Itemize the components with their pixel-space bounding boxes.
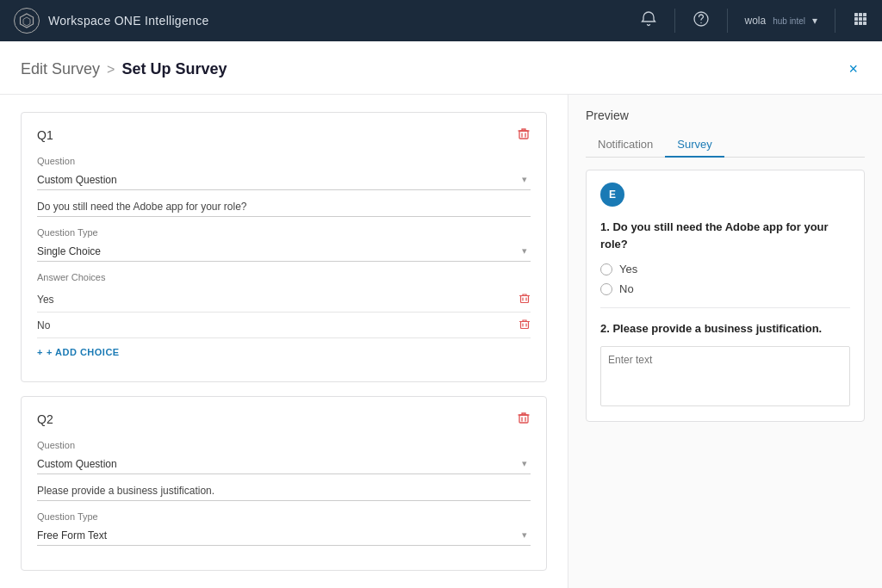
- preview-question-2: 2. Please provide a business justificati…: [600, 320, 850, 337]
- svg-rect-8: [859, 17, 862, 21]
- nav-divider-1: [674, 9, 675, 33]
- svg-rect-7: [854, 17, 858, 21]
- q1-answer-row-2: No: [37, 313, 531, 338]
- nav-left: Workspace ONE Intelligence: [14, 8, 209, 34]
- svg-marker-1: [23, 17, 30, 26]
- q2-question-field: Question Custom Question: [37, 440, 531, 501]
- q1-type-select[interactable]: Single Choice: [37, 242, 531, 262]
- q1-answer-row-1: Yes: [37, 287, 531, 313]
- q2-question-type-select[interactable]: Custom Question: [37, 455, 531, 474]
- svg-rect-11: [859, 22, 862, 25]
- content-area: Q1 Question Custom Questi: [0, 95, 882, 588]
- q2-header: Q2: [37, 411, 531, 428]
- q1-question-field: Question Custom Question: [37, 156, 531, 217]
- q1-number: Q1: [37, 128, 53, 142]
- svg-rect-10: [854, 22, 858, 25]
- user-name: wola: [745, 15, 767, 27]
- tab-survey[interactable]: Survey: [665, 133, 724, 158]
- nav-right: wola hub intel ▾: [640, 9, 869, 33]
- svg-point-3: [700, 22, 701, 22]
- preview-tabs: Notification Survey: [586, 133, 865, 158]
- svg-rect-16: [519, 415, 528, 423]
- q1-answer-delete-1[interactable]: [519, 292, 531, 306]
- help-icon[interactable]: [693, 10, 710, 32]
- add-choice-label: + ADD CHOICE: [47, 347, 120, 357]
- q2-type-field: Question Type Free Form Text: [37, 511, 531, 546]
- preview-title: Preview: [586, 108, 865, 122]
- nav-divider-3: [835, 9, 835, 33]
- q1-type-field: Question Type Single Choice: [37, 227, 531, 262]
- q1-answer-text-1: Yes: [37, 294, 54, 306]
- svg-rect-13: [519, 131, 528, 139]
- q1-type-label: Question Type: [37, 227, 531, 238]
- preview-textarea[interactable]: [600, 346, 850, 406]
- preview-radio-yes: [600, 263, 612, 275]
- svg-rect-15: [521, 322, 529, 329]
- q1-question-type-select[interactable]: Custom Question: [37, 170, 531, 190]
- grid-icon[interactable]: [853, 11, 868, 31]
- svg-rect-9: [863, 17, 866, 21]
- q2-question-type-wrapper[interactable]: Custom Question: [37, 455, 531, 474]
- preview-option-no-text: No: [619, 282, 634, 295]
- q2-type-label: Question Type: [37, 511, 531, 522]
- q1-answer-choices: Answer Choices Yes: [37, 272, 531, 357]
- q2-question-label: Question: [37, 440, 531, 450]
- preview-option-no: No: [600, 282, 850, 295]
- breadcrumb-link[interactable]: Edit Survey: [21, 60, 100, 78]
- q1-question-text-input[interactable]: [37, 197, 531, 217]
- app-title: Workspace ONE Intelligence: [48, 14, 209, 28]
- q1-delete-button[interactable]: [517, 127, 531, 144]
- q1-answer-delete-2[interactable]: [519, 318, 531, 332]
- svg-rect-6: [863, 13, 866, 16]
- svg-rect-12: [863, 22, 866, 25]
- q2-type-select[interactable]: Free Form Text: [37, 526, 531, 546]
- user-chevron: ▾: [812, 15, 817, 27]
- preview-option-yes-text: Yes: [619, 263, 637, 275]
- add-choice-icon: +: [37, 347, 43, 357]
- q1-answer-text-2: No: [37, 319, 50, 331]
- tab-notification[interactable]: Notification: [586, 133, 665, 158]
- app-logo: [14, 8, 40, 34]
- q1-add-choice-button[interactable]: + + ADD CHOICE: [37, 347, 120, 357]
- close-button[interactable]: ×: [845, 57, 861, 82]
- right-panel: Preview Notification Survey E 1. Do you …: [568, 95, 882, 588]
- preview-radio-no: [600, 283, 612, 295]
- preview-question-1: 1. Do you still need the Adobe app for y…: [600, 219, 850, 252]
- preview-avatar: E: [600, 183, 624, 207]
- svg-rect-5: [859, 13, 862, 16]
- preview-divider: [600, 307, 850, 308]
- preview-card: E 1. Do you still need the Adobe app for…: [586, 170, 865, 422]
- q1-question-type-wrapper[interactable]: Custom Question: [37, 170, 531, 190]
- q1-question-label: Question: [37, 156, 531, 166]
- user-sub: hub intel: [773, 16, 805, 26]
- q2-question-text-input[interactable]: [37, 481, 531, 501]
- question-card-2: Q2 Question Custom Questi: [21, 396, 547, 571]
- q1-answers-label: Answer Choices: [37, 272, 531, 282]
- top-navigation: Workspace ONE Intelligence wola hub inte…: [0, 0, 882, 41]
- q1-header: Q1: [37, 127, 531, 144]
- q1-type-select-wrapper[interactable]: Single Choice: [37, 242, 531, 262]
- breadcrumb-current: Set Up Survey: [121, 60, 227, 78]
- preview-option-yes: Yes: [600, 263, 850, 275]
- user-menu[interactable]: wola hub intel ▾: [745, 15, 818, 27]
- main-wrapper: Edit Survey > Set Up Survey × Q1: [0, 41, 882, 588]
- nav-divider-2: [727, 9, 728, 33]
- page-header: Edit Survey > Set Up Survey ×: [0, 41, 882, 95]
- breadcrumb: Edit Survey > Set Up Survey: [21, 60, 227, 78]
- avatar-text: E: [609, 189, 616, 201]
- question-card-1: Q1 Question Custom Questi: [21, 112, 547, 382]
- q2-type-select-wrapper[interactable]: Free Form Text: [37, 526, 531, 546]
- svg-rect-4: [854, 13, 858, 16]
- left-panel: Q1 Question Custom Questi: [0, 95, 568, 588]
- q2-number: Q2: [37, 412, 53, 426]
- q2-delete-button[interactable]: [517, 411, 531, 428]
- svg-rect-14: [521, 296, 529, 303]
- notification-icon[interactable]: [640, 10, 657, 32]
- breadcrumb-separator: >: [107, 62, 115, 77]
